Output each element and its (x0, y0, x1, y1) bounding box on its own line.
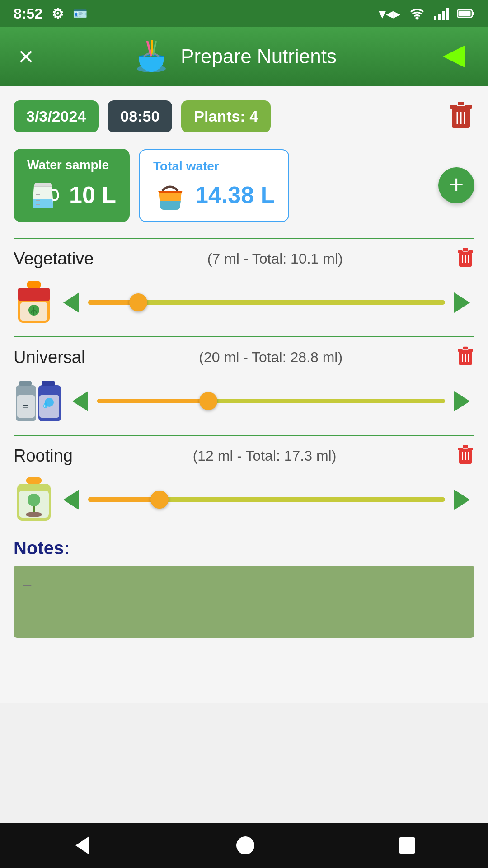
wifi-icon: ▾◂▸ (379, 5, 400, 22)
rooting-amount: (12 ml - Total: 17.3 ml) (193, 448, 337, 464)
universal-icon: = 💧 (14, 376, 63, 426)
page-title: Prepare Nutrients (181, 45, 337, 68)
section-divider-3 (14, 435, 474, 436)
svg-marker-52 (72, 391, 88, 411)
svg-rect-22 (159, 191, 182, 193)
svg-marker-12 (443, 45, 465, 68)
svg-rect-7 (459, 11, 471, 16)
svg-marker-68 (75, 836, 89, 854)
rooting-name: Rooting (14, 446, 73, 466)
bottom-navigation (0, 823, 488, 868)
universal-increase-button[interactable] (450, 389, 474, 414)
nav-recent-button[interactable] (397, 835, 417, 855)
app-header: × Prepare Nutrients (0, 27, 488, 86)
total-water-card[interactable]: Total water 14.38 L (139, 149, 289, 222)
svg-marker-35 (63, 292, 79, 313)
svg-rect-29 (27, 281, 41, 288)
universal-section: Universal (20 ml - Total: 28.8 ml) (14, 345, 474, 426)
vegetative-delete-button[interactable] (456, 247, 474, 270)
svg-text:=: = (23, 401, 28, 412)
notes-input[interactable] (14, 566, 474, 638)
settings-icon: ⚙ (52, 6, 64, 22)
svg-rect-31 (18, 288, 50, 301)
date-row: 3/3/2024 08:50 Plants: 4 (14, 99, 474, 133)
battery-icon (457, 9, 474, 19)
time-badge[interactable]: 08:50 (108, 100, 172, 132)
universal-delete-button[interactable] (456, 345, 474, 369)
water-cards-row: Water sample 10 L T (14, 149, 474, 222)
trash-icon (456, 247, 474, 269)
water-sample-label: Water sample (27, 158, 109, 172)
svg-rect-3 (442, 11, 445, 20)
universal-amount: (20 ml - Total: 28.8 ml) (199, 349, 343, 366)
svg-point-65 (26, 512, 42, 517)
svg-rect-44 (19, 381, 32, 386)
trash-icon (456, 345, 474, 367)
svg-rect-46 (42, 381, 55, 386)
delete-session-button[interactable] (447, 99, 474, 133)
svg-rect-60 (26, 477, 42, 484)
section-divider-2 (14, 336, 474, 337)
app-icon (131, 36, 172, 77)
svg-rect-25 (463, 248, 468, 251)
status-bar: 8:52 ⚙ 🪪 ▾◂▸ (0, 0, 488, 27)
sim-icon: 🪪 (73, 7, 87, 21)
vegetative-icon (14, 278, 54, 327)
svg-marker-66 (63, 490, 79, 510)
rooting-icon (14, 475, 54, 524)
svg-point-64 (28, 494, 40, 506)
vegetative-name: Vegetative (14, 249, 94, 269)
vegetative-slider[interactable] (88, 297, 445, 308)
svg-rect-70 (399, 837, 415, 854)
svg-rect-39 (463, 346, 468, 350)
rooting-section: Rooting (12 ml - Total: 17.3 ml) (14, 444, 474, 524)
trash-icon (447, 99, 474, 131)
plants-badge[interactable]: Plants: 4 (181, 100, 271, 132)
svg-rect-56 (463, 445, 468, 448)
vegetative-amount: (7 ml - Total: 10.1 ml) (207, 250, 343, 267)
wifi-icon (408, 7, 426, 20)
svg-rect-4 (446, 8, 449, 20)
svg-rect-1 (434, 16, 436, 20)
date-badge[interactable]: 3/3/2024 (14, 100, 99, 132)
rooting-decrease-button[interactable] (59, 487, 84, 512)
svg-rect-2 (438, 14, 441, 20)
rooting-increase-button[interactable] (450, 487, 474, 512)
water-sample-card[interactable]: Water sample 10 L (14, 149, 130, 222)
water-sample-value: 10 L (69, 181, 116, 208)
status-time: 8:52 (14, 5, 42, 22)
bucket-icon (153, 178, 187, 212)
total-water-label: Total water (153, 159, 219, 174)
universal-slider[interactable] (97, 396, 445, 406)
close-button[interactable]: × (18, 43, 34, 70)
vegetative-increase-button[interactable] (450, 290, 474, 315)
universal-name: Universal (14, 348, 85, 367)
vegetative-section: Vegetative (7 ml - Total: 10.1 ml) (14, 247, 474, 327)
pitcher-icon (27, 177, 61, 213)
rooting-delete-button[interactable] (456, 444, 474, 467)
svg-point-51 (45, 398, 54, 407)
nav-back-button[interactable] (71, 834, 94, 857)
trash-icon (456, 444, 474, 466)
plus-icon: + (449, 172, 464, 197)
add-water-button[interactable]: + (438, 167, 474, 203)
vegetative-decrease-button[interactable] (59, 290, 84, 315)
svg-point-69 (236, 836, 254, 854)
total-water-value: 14.38 L (195, 181, 275, 208)
section-divider-1 (14, 238, 474, 239)
main-content: 3/3/2024 08:50 Plants: 4 Water sample (0, 86, 488, 703)
svg-rect-6 (472, 12, 474, 15)
notes-section: Notes: (14, 538, 474, 640)
signal-icon (434, 7, 449, 20)
notes-label: Notes: (14, 538, 474, 558)
rooting-slider[interactable] (88, 494, 445, 505)
universal-decrease-button[interactable] (68, 389, 93, 414)
svg-rect-15 (457, 101, 465, 106)
svg-marker-67 (454, 490, 470, 510)
svg-marker-53 (454, 391, 470, 411)
nav-home-button[interactable] (235, 835, 255, 855)
svg-marker-36 (454, 292, 470, 313)
back-button[interactable] (434, 41, 470, 72)
svg-point-0 (416, 17, 419, 20)
